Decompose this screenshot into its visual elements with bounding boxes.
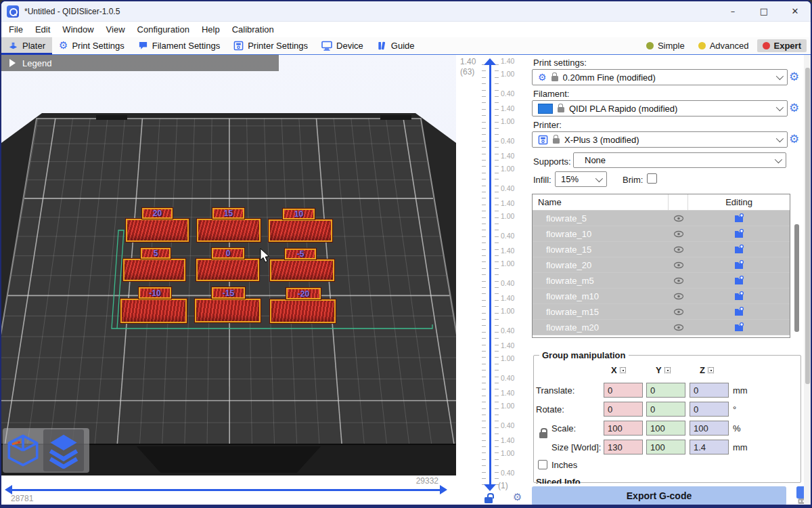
- edit-object-button[interactable]: [688, 291, 790, 301]
- object-row[interactable]: flowrate_m10: [533, 289, 790, 304]
- menu-help[interactable]: Help: [196, 24, 226, 35]
- flowrate-object-tab[interactable]: -20: [286, 288, 321, 299]
- maximize-button[interactable]: □: [748, 1, 780, 21]
- preview-view-button[interactable]: [43, 429, 84, 471]
- flowrate-object-body[interactable]: [270, 259, 334, 281]
- object-row[interactable]: flowrate_m20: [533, 320, 790, 335]
- export-gcode-button[interactable]: Export G-code: [532, 486, 786, 505]
- close-button[interactable]: ✕: [780, 1, 811, 21]
- scale-x-field[interactable]: [604, 421, 643, 436]
- brim-checkbox[interactable]: [647, 173, 657, 184]
- object-row[interactable]: flowrate_5: [533, 211, 790, 226]
- flowrate-object-tab[interactable]: 20: [142, 208, 173, 219]
- supports-combo[interactable]: None: [573, 152, 786, 168]
- tab-filament-settings[interactable]: Filament Settings: [131, 37, 227, 54]
- flowrate-object-tab[interactable]: -10: [139, 287, 171, 299]
- flowrate-object-body[interactable]: [270, 299, 336, 323]
- slider-settings-gear-icon[interactable]: ⚙: [513, 492, 522, 503]
- flowrate-object-body[interactable]: [196, 259, 259, 281]
- flowrate-object-tab[interactable]: -5: [285, 249, 316, 259]
- object-row[interactable]: flowrate_15: [533, 242, 790, 257]
- flowrate-object-tab[interactable]: 5: [141, 248, 171, 259]
- panel-scrollbar-thumb[interactable]: [805, 68, 810, 384]
- unlock-icon[interactable]: [484, 497, 493, 503]
- scale-z-field[interactable]: [690, 421, 729, 436]
- edit-object-button[interactable]: [688, 229, 790, 238]
- flowrate-object-tab[interactable]: -15: [212, 287, 245, 299]
- print-settings-combo[interactable]: ⚙ 0.20mm Fine (modified): [532, 69, 788, 85]
- menu-file[interactable]: File: [3, 24, 29, 35]
- mode-advanced[interactable]: Advanced: [693, 39, 754, 52]
- hslider-track[interactable]: [12, 489, 440, 491]
- edit-object-button[interactable]: [688, 213, 790, 223]
- edit-object-button[interactable]: [688, 276, 790, 285]
- flowrate-object-tab[interactable]: 0: [212, 248, 244, 259]
- filament-combo[interactable]: QIDI PLA Rapido (modified): [532, 100, 788, 117]
- infill-combo[interactable]: 15%: [555, 171, 607, 187]
- hslider-left-arrow[interactable]: [5, 485, 12, 494]
- visibility-toggle[interactable]: [669, 324, 688, 331]
- visibility-toggle[interactable]: [669, 261, 688, 269]
- tab-guide[interactable]: Guide: [370, 37, 422, 54]
- printer-combo[interactable]: X-Plus 3 (modified): [532, 131, 788, 148]
- flowrate-object-tab[interactable]: 10: [283, 209, 315, 219]
- layer-slider-thumb-bottom[interactable]: [484, 484, 496, 491]
- edit-object-button[interactable]: [688, 260, 790, 270]
- menu-calibration[interactable]: Calibration: [226, 24, 280, 35]
- flowrate-object-body[interactable]: [123, 259, 185, 281]
- hslider-right-arrow[interactable]: [440, 485, 447, 494]
- flowrate-object-body[interactable]: [197, 219, 261, 242]
- tab-device[interactable]: Device: [315, 37, 370, 54]
- edit-object-button[interactable]: [688, 307, 790, 316]
- object-row[interactable]: flowrate_m5: [533, 273, 790, 289]
- flowrate-object-body[interactable]: [120, 299, 187, 323]
- visibility-toggle[interactable]: [669, 230, 688, 238]
- layer-slider-thumb-top[interactable]: [484, 58, 496, 65]
- editor-view-button[interactable]: [3, 429, 43, 471]
- filament-gear-button[interactable]: ⚙: [789, 102, 799, 114]
- flowrate-object-tab[interactable]: 15: [212, 208, 244, 219]
- menu-edit[interactable]: Edit: [29, 24, 56, 35]
- legend-bar[interactable]: Legend: [1, 55, 279, 71]
- visibility-toggle[interactable]: [669, 308, 688, 316]
- print-settings-gear-button[interactable]: ⚙: [789, 71, 799, 83]
- object-row[interactable]: flowrate_20: [533, 257, 790, 273]
- inches-checkbox[interactable]: [538, 460, 547, 469]
- flowrate-object-body[interactable]: [195, 299, 261, 322]
- printer-gear-button[interactable]: ⚙: [789, 133, 799, 145]
- menu-view[interactable]: View: [100, 24, 131, 35]
- edit-object-button[interactable]: [688, 322, 790, 332]
- translate-z-field[interactable]: [690, 383, 729, 398]
- rotate-z-field[interactable]: [690, 402, 729, 417]
- object-row[interactable]: flowrate_m15: [533, 304, 790, 320]
- menu-window[interactable]: Window: [56, 24, 99, 35]
- rotate-x-field[interactable]: [604, 402, 643, 417]
- scale-y-field[interactable]: [646, 421, 685, 436]
- size-y-field[interactable]: [646, 440, 685, 454]
- legend-expand-icon[interactable]: [9, 59, 16, 67]
- object-list-scrollbar[interactable]: [794, 224, 799, 332]
- mode-expert[interactable]: Expert: [757, 39, 807, 52]
- visibility-toggle[interactable]: [669, 293, 688, 300]
- size-z-field[interactable]: [690, 440, 729, 454]
- mode-simple[interactable]: Simple: [641, 39, 690, 52]
- edit-object-button[interactable]: [688, 245, 790, 254]
- translate-y-field[interactable]: [646, 383, 685, 398]
- uniform-scale-lock-icon[interactable]: [539, 432, 547, 438]
- tab-print-settings[interactable]: ⚙ Print Settings: [52, 37, 131, 54]
- visibility-toggle[interactable]: [669, 215, 688, 222]
- tab-printer-settings[interactable]: Printer Settings: [227, 37, 315, 54]
- size-x-field[interactable]: [604, 440, 643, 454]
- flowrate-object-body[interactable]: [126, 219, 189, 242]
- minimize-button[interactable]: –: [717, 1, 748, 21]
- flowrate-object-body[interactable]: [269, 219, 332, 242]
- viewport-3d[interactable]: 20151050-5-10-15-20 Legend: [1, 55, 456, 506]
- object-row[interactable]: flowrate_10: [533, 226, 790, 242]
- layer-slider-track[interactable]: [489, 64, 491, 486]
- visibility-toggle[interactable]: [669, 246, 688, 253]
- menu-configuration[interactable]: Configuration: [131, 24, 196, 35]
- translate-x-field[interactable]: [604, 383, 643, 398]
- tab-plater[interactable]: Plater: [1, 37, 52, 54]
- visibility-toggle[interactable]: [669, 277, 688, 284]
- rotate-y-field[interactable]: [646, 402, 685, 417]
